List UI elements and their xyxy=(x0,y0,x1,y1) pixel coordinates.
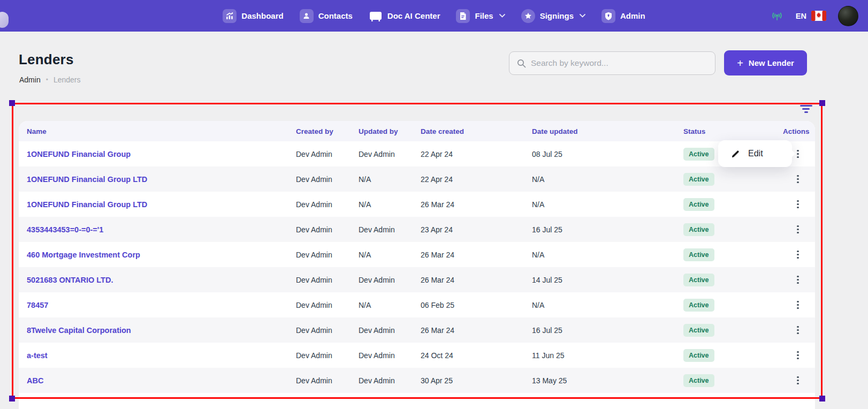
new-lender-button[interactable]: + New Lender xyxy=(724,50,807,75)
date-created-cell: 24 Oct 24 xyxy=(421,351,532,360)
table-row[interactable]: 1ONEFUND Financial Group LTD Dev Admin N… xyxy=(19,192,815,217)
search-input[interactable] xyxy=(531,58,707,68)
lender-name-link[interactable]: ABC xyxy=(27,376,43,385)
row-actions-kebab-button[interactable] xyxy=(793,173,803,185)
row-actions-kebab-button[interactable] xyxy=(793,324,803,336)
created-by-cell: Dev Admin xyxy=(296,175,359,184)
table-header-row: Name Created by Updated by Date created … xyxy=(19,121,815,141)
chevron-down-icon xyxy=(499,14,505,18)
row-actions-kebab-button[interactable] xyxy=(793,224,803,236)
row-actions-kebab-button[interactable] xyxy=(793,375,803,387)
column-header-updated-by[interactable]: Updated by xyxy=(359,127,421,135)
created-by-cell: Dev Admin xyxy=(296,301,359,309)
status-badge: Active xyxy=(683,173,714,186)
date-updated-cell: N/A xyxy=(532,251,683,259)
row-context-menu[interactable]: Edit xyxy=(718,140,792,167)
nav-item-admin[interactable]: Admin xyxy=(601,9,645,23)
date-updated-cell: 13 May 25 xyxy=(532,376,683,385)
lender-name-link[interactable]: 5021683 ONTARIO LTD. xyxy=(27,276,113,284)
lender-name-link[interactable]: 1ONEFUND Financial Group LTD xyxy=(27,200,147,209)
updated-by-cell: Dev Admin xyxy=(359,225,421,234)
column-header-date-updated[interactable]: Date updated xyxy=(532,127,683,135)
table-row[interactable]: 1ONEFUND Financial Group Dev Admin Dev A… xyxy=(19,141,815,166)
updated-by-cell: N/A xyxy=(359,175,421,184)
date-created-cell: 26 Mar 24 xyxy=(421,200,532,209)
nav-item-contacts[interactable]: Contacts xyxy=(300,9,353,23)
lender-name-link[interactable]: a-test xyxy=(27,351,48,360)
column-header-name[interactable]: Name xyxy=(19,127,296,135)
date-updated-cell: 16 Jul 25 xyxy=(532,326,683,335)
lenders-table: Name Created by Updated by Date created … xyxy=(19,121,815,409)
lender-name-link[interactable]: 4353443453=0-=0-='1 xyxy=(27,225,103,234)
column-header-status[interactable]: Status xyxy=(683,127,783,135)
language-selector[interactable]: EN xyxy=(796,11,826,21)
row-actions-kebab-button[interactable] xyxy=(793,299,803,311)
lender-name-link[interactable]: 1ONEFUND Financial Group LTD xyxy=(27,175,147,184)
lender-name-link[interactable]: 460 Mortgage Investment Corp xyxy=(27,251,140,259)
table-row[interactable]: 460 Mortgage Investment Corp Dev Admin N… xyxy=(19,242,815,267)
selection-handle-bottom-left xyxy=(9,396,15,402)
user-avatar[interactable] xyxy=(838,6,858,26)
table-row[interactable]: 5021683 ONTARIO LTD. Dev Admin Dev Admin… xyxy=(19,267,815,292)
date-created-cell: 22 Apr 24 xyxy=(421,150,532,158)
date-created-cell: 22 Apr 24 xyxy=(421,175,532,184)
table-row[interactable]: 1ONEFUND Financial Group LTD Dev Admin N… xyxy=(19,166,815,192)
breadcrumb-current: Lenders xyxy=(54,75,81,84)
search-box xyxy=(509,51,715,75)
date-updated-cell: 08 Jul 25 xyxy=(532,150,683,158)
row-actions-kebab-button[interactable] xyxy=(793,350,803,361)
table-row[interactable]: 78457 Dev Admin N/A 06 Feb 25 N/A Active xyxy=(19,292,815,317)
date-updated-cell: 11 Jun 25 xyxy=(532,351,683,360)
pencil-icon xyxy=(731,149,740,158)
broadcast-icon[interactable] xyxy=(770,10,784,22)
nav-item-dashboard[interactable]: Dashboard xyxy=(223,9,283,23)
status-badge: Active xyxy=(683,248,714,261)
nav-item-signings[interactable]: Signings xyxy=(521,9,585,23)
drawer-handle[interactable] xyxy=(0,12,9,28)
nav-label: Doc AI Center xyxy=(387,11,440,20)
date-updated-cell: N/A xyxy=(532,200,683,209)
table-row[interactable]: ABC Dev Admin Dev Admin 30 Apr 25 13 May… xyxy=(19,368,815,393)
status-badge: Active xyxy=(683,148,714,161)
date-created-cell: 26 Mar 24 xyxy=(421,276,532,284)
lender-name-link[interactable]: 8Twelve Capital Corporation xyxy=(27,326,131,335)
created-by-cell: Dev Admin xyxy=(296,376,359,385)
table-row[interactable]: 8Twelve Capital Corporation Dev Admin De… xyxy=(19,317,815,343)
filter-icon[interactable] xyxy=(800,105,812,116)
created-by-cell: Dev Admin xyxy=(296,200,359,209)
updated-by-cell: N/A xyxy=(359,301,421,309)
date-updated-cell: 14 Jul 25 xyxy=(532,276,683,284)
created-by-cell: Dev Admin xyxy=(296,150,359,158)
language-label: EN xyxy=(796,12,806,20)
row-actions-kebab-button[interactable] xyxy=(793,274,803,286)
plus-icon: + xyxy=(737,58,743,69)
edit-menu-item[interactable]: Edit xyxy=(748,149,763,158)
breadcrumb: Admin • Lenders xyxy=(19,75,80,84)
status-badge: Active xyxy=(683,198,714,211)
selection-handle-top-right xyxy=(819,100,825,106)
chart-icon xyxy=(223,9,237,23)
lender-name-link[interactable]: 1ONEFUND Financial Group xyxy=(27,150,131,158)
table-row[interactable]: 4353443453=0-=0-='1 Dev Admin Dev Admin … xyxy=(19,217,815,242)
updated-by-cell: Dev Admin xyxy=(359,351,421,360)
status-badge: Active xyxy=(683,374,714,387)
canada-flag-icon xyxy=(811,11,826,21)
nav-item-doc-ai-center[interactable]: Doc AI Center xyxy=(369,9,440,23)
nav-label: Admin xyxy=(620,11,645,20)
new-lender-label: New Lender xyxy=(749,58,794,67)
created-by-cell: Dev Admin xyxy=(296,276,359,284)
row-actions-kebab-button[interactable] xyxy=(793,199,803,210)
breadcrumb-admin[interactable]: Admin xyxy=(19,75,41,84)
search-icon xyxy=(517,59,526,68)
updated-by-cell: Dev Admin xyxy=(359,326,421,335)
lender-name-link[interactable]: 78457 xyxy=(27,301,48,309)
column-header-date-created[interactable]: Date created xyxy=(421,127,532,135)
updated-by-cell: N/A xyxy=(359,200,421,209)
nav-item-files[interactable]: Files xyxy=(456,9,505,23)
updated-by-cell: Dev Admin xyxy=(359,150,421,158)
column-header-created-by[interactable]: Created by xyxy=(296,127,359,135)
row-actions-kebab-button[interactable] xyxy=(793,249,803,261)
status-badge: Active xyxy=(683,274,714,286)
table-row[interactable]: a-test Dev Admin Dev Admin 24 Oct 24 11 … xyxy=(19,343,815,368)
created-by-cell: Dev Admin xyxy=(296,225,359,234)
